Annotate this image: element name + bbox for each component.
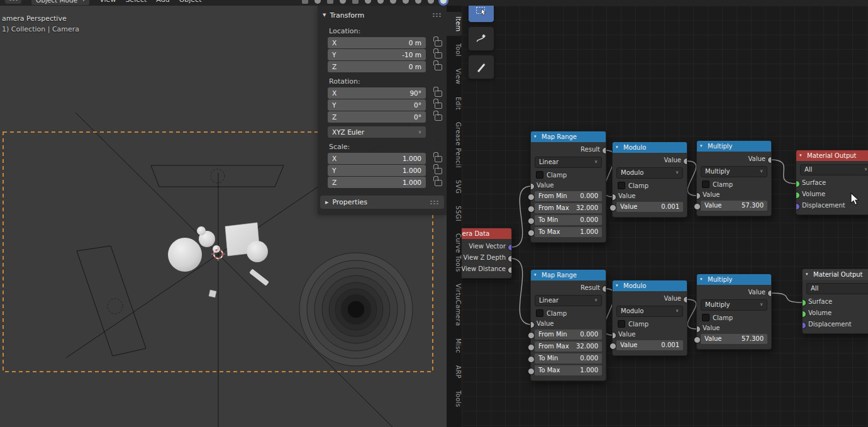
- node-socket[interactable]: [528, 218, 535, 225]
- checkbox[interactable]: [618, 320, 625, 328]
- number-field[interactable]: To Min0.000: [535, 215, 602, 225]
- sidebar-tab-ssgi[interactable]: SSGI: [447, 201, 462, 226]
- toggle-xray-icon[interactable]: [390, 0, 396, 4]
- shading-material-icon[interactable]: [428, 0, 434, 4]
- lock-icon[interactable]: [435, 64, 442, 70]
- node-enum-dropdown[interactable]: Linear∨: [535, 295, 602, 306]
- sidebar-tab-grease-pencil[interactable]: Grease Pencil: [447, 118, 462, 172]
- collapse-arrow-icon[interactable]: ▾: [799, 150, 802, 161]
- properties-panel-header[interactable]: ▶ Properties: [320, 196, 444, 209]
- falloff-dropdown[interactable]: [352, 0, 359, 4]
- node-enum-dropdown[interactable]: Modulo∨: [616, 306, 683, 317]
- number-field[interactable]: Value57.300: [701, 201, 767, 211]
- node-socket[interactable]: [602, 286, 606, 292]
- node-enum-dropdown[interactable]: All∨: [806, 283, 868, 294]
- shading-rendered-icon[interactable]: [440, 0, 447, 4]
- node-socket[interactable]: [531, 183, 535, 190]
- lock-icon[interactable]: [435, 103, 442, 109]
- number-field[interactable]: From Max32.000: [535, 341, 602, 352]
- sidebar-tab-view[interactable]: View: [447, 64, 462, 89]
- number-field[interactable]: From Min0.000: [535, 191, 602, 201]
- collapse-arrow-icon[interactable]: ▾: [616, 280, 618, 291]
- node-socket[interactable]: [697, 192, 701, 199]
- sidebar-tab-tool[interactable]: Tool: [447, 39, 462, 61]
- shading-solid-icon[interactable]: [415, 0, 421, 4]
- node-enum-dropdown[interactable]: All∨: [800, 164, 868, 175]
- shading-wireframe-icon[interactable]: [403, 0, 409, 4]
- node-header[interactable]: ▾Modulo: [613, 280, 687, 291]
- node-socket[interactable]: [694, 203, 701, 210]
- node-socket[interactable]: [602, 147, 606, 154]
- sidebar-tab-item[interactable]: Item: [447, 12, 462, 36]
- node-header[interactable]: ▾Material Output: [803, 269, 868, 280]
- sidebar-tab-arp[interactable]: ARP: [447, 361, 462, 383]
- node-header[interactable]: ▾Material Output: [796, 150, 868, 161]
- number-field[interactable]: To Max1.000: [535, 227, 602, 237]
- lock-icon[interactable]: [435, 156, 442, 162]
- node-socket[interactable]: [796, 192, 800, 199]
- checkbox[interactable]: [702, 180, 709, 188]
- node-socket[interactable]: [683, 158, 687, 165]
- node-socket[interactable]: [697, 326, 701, 333]
- drag-grip-icon[interactable]: [432, 13, 442, 17]
- node-socket[interactable]: [803, 322, 806, 329]
- lock-icon[interactable]: [435, 168, 442, 174]
- node-socket[interactable]: [613, 194, 616, 201]
- checkbox[interactable]: [702, 314, 709, 321]
- node-header[interactable]: ▾Multiply: [697, 274, 771, 285]
- viewport-3d[interactable]: amera Perspective 1) Collection | Camera…: [0, 6, 447, 427]
- node-socket[interactable]: [528, 194, 535, 201]
- node-socket[interactable]: [531, 321, 535, 328]
- value-slider[interactable]: Z0°: [328, 111, 426, 123]
- node-socket[interactable]: [803, 299, 806, 306]
- lock-icon[interactable]: [435, 40, 442, 47]
- node-header[interactable]: ▾Camera Data: [462, 228, 511, 239]
- value-slider[interactable]: Y1.000: [328, 165, 426, 176]
- node-socket[interactable]: [508, 244, 511, 251]
- node-modulo-2[interactable]: ▾ModuloValueModulo∨ClampValueValue0.001: [612, 280, 687, 356]
- node-enum-dropdown[interactable]: Multiply∨: [701, 166, 767, 177]
- node-socket[interactable]: [508, 267, 511, 274]
- node-header[interactable]: ▾Map Range: [531, 270, 606, 280]
- value-slider[interactable]: Y-10 m: [328, 49, 426, 60]
- node-enum-dropdown[interactable]: Modulo∨: [616, 167, 683, 179]
- value-slider[interactable]: Y0°: [328, 99, 426, 111]
- number-field[interactable]: Value0.001: [616, 340, 683, 350]
- value-slider[interactable]: Z1.000: [328, 177, 426, 188]
- collapse-arrow-icon[interactable]: ▾: [534, 270, 537, 280]
- annotate-tool-button[interactable]: [468, 26, 494, 51]
- menu-select[interactable]: Select: [125, 0, 147, 4]
- node-socket[interactable]: [528, 206, 535, 213]
- node-socket[interactable]: [528, 332, 535, 339]
- node-header[interactable]: ▾Map Range: [531, 131, 606, 142]
- value-slider[interactable]: X0 m: [328, 37, 426, 48]
- node-socket[interactable]: [803, 311, 806, 318]
- node-socket[interactable]: [683, 296, 687, 303]
- node-camera-data[interactable]: ▾Camera DataView VectorView Z DepthView …: [462, 228, 512, 279]
- menu-object[interactable]: Object: [179, 0, 202, 4]
- scene-rings[interactable]: [299, 253, 413, 366]
- sidebar-tab-tools[interactable]: Tools: [447, 386, 462, 412]
- node-map-range-2[interactable]: ▾Map RangeResultLinear∨ClampValueFrom Mi…: [530, 269, 606, 381]
- proportional-editing-icon[interactable]: [340, 0, 346, 4]
- transform-panel-header[interactable]: ▼ Transform: [318, 8, 447, 22]
- menu-view[interactable]: View: [99, 0, 116, 4]
- node-socket[interactable]: [609, 343, 616, 350]
- collapse-arrow-icon[interactable]: ▾: [534, 131, 537, 142]
- snap-settings-dropdown[interactable]: [327, 0, 333, 4]
- number-field[interactable]: To Max1.000: [535, 365, 602, 375]
- menu-add[interactable]: Add: [156, 0, 169, 4]
- number-field[interactable]: From Min0.000: [535, 330, 602, 340]
- node-multiply-1[interactable]: ▾MultiplyValueMultiply∨ClampValueValue57…: [696, 140, 772, 216]
- lock-icon[interactable]: [435, 114, 442, 121]
- mode-selector-dropdown[interactable]: Object Mode ∨: [31, 0, 89, 5]
- node-socket[interactable]: [694, 336, 701, 343]
- pivot-point-dropdown[interactable]: [302, 0, 308, 4]
- collapse-arrow-icon[interactable]: ▾: [700, 141, 703, 152]
- scene-plane-left[interactable]: [77, 246, 146, 356]
- show-overlays-icon[interactable]: [377, 0, 384, 4]
- collapse-arrow-icon[interactable]: ▾: [806, 269, 808, 280]
- node-material-output-2[interactable]: ▾Material OutputAll∨SurfaceVolumeDisplac…: [802, 269, 868, 334]
- scene-small-objects[interactable]: [209, 269, 269, 297]
- lock-icon[interactable]: [435, 180, 442, 186]
